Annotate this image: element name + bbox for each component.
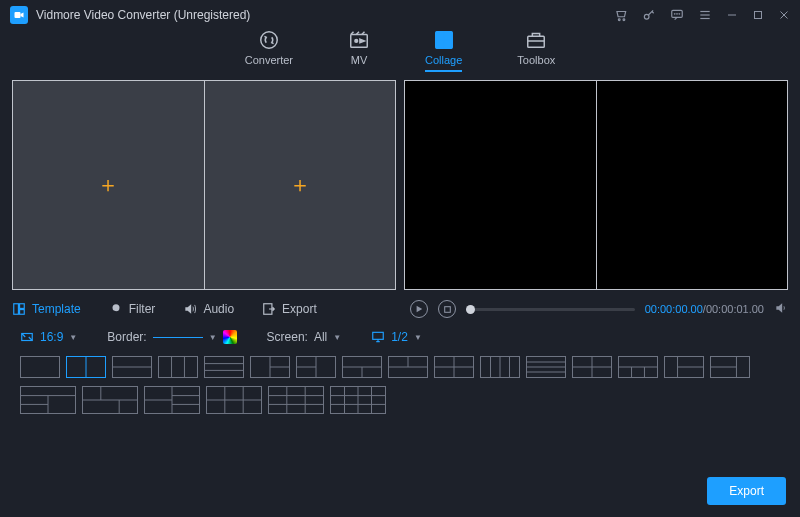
screen-label: Screen:	[267, 330, 308, 344]
template-item[interactable]	[572, 356, 612, 378]
add-icon: ＋	[289, 170, 311, 200]
border-label: Border:	[107, 330, 146, 344]
template-item[interactable]	[20, 356, 60, 378]
collage-icon	[433, 30, 455, 50]
tab-label: MV	[351, 54, 368, 66]
svg-rect-23	[20, 304, 25, 309]
preview-pane	[404, 80, 788, 290]
template-item[interactable]	[480, 356, 520, 378]
export-button[interactable]: Export	[707, 477, 786, 505]
playback-slider[interactable]	[466, 308, 635, 311]
template-item[interactable]	[20, 386, 76, 414]
option-label: Audio	[203, 302, 234, 316]
template-grid	[0, 352, 800, 382]
chevron-down-icon: ▼	[414, 333, 422, 342]
window-title: Vidmore Video Converter (Unregistered)	[36, 8, 614, 22]
collage-slot-1[interactable]: ＋	[13, 81, 205, 289]
converter-icon	[258, 30, 280, 50]
option-audio[interactable]: Audio	[183, 302, 234, 316]
svg-point-17	[355, 40, 358, 43]
svg-point-2	[623, 19, 625, 21]
tab-mv[interactable]: MV	[348, 30, 370, 70]
template-item[interactable]	[710, 356, 750, 378]
maximize-icon[interactable]	[752, 9, 764, 21]
aspect-ratio-selector[interactable]: 16:9 ▼	[20, 330, 77, 344]
feedback-icon[interactable]	[670, 8, 684, 22]
template-item[interactable]	[296, 356, 336, 378]
tab-label: Toolbox	[517, 54, 555, 66]
template-item[interactable]	[526, 356, 566, 378]
timecode: 00:00:00.00/00:00:01.00	[645, 303, 764, 315]
chevron-down-icon: ▼	[209, 333, 217, 342]
template-item[interactable]	[82, 386, 138, 414]
stop-button[interactable]	[438, 300, 456, 318]
option-label: Filter	[129, 302, 156, 316]
fit-value: 1/2	[391, 330, 408, 344]
template-item[interactable]	[388, 356, 428, 378]
mv-icon	[348, 30, 370, 50]
tab-toolbox[interactable]: Toolbox	[517, 30, 555, 70]
template-grid-2	[0, 382, 800, 418]
template-item[interactable]	[112, 356, 152, 378]
app-logo	[10, 6, 28, 24]
svg-point-7	[679, 14, 680, 15]
ratio-icon	[20, 330, 34, 344]
svg-point-1	[618, 19, 620, 21]
template-item[interactable]	[664, 356, 704, 378]
collage-editor: ＋ ＋	[12, 80, 396, 290]
tab-converter[interactable]: Converter	[245, 30, 293, 70]
svg-rect-12	[755, 12, 762, 19]
close-icon[interactable]	[778, 9, 790, 21]
cart-icon[interactable]	[614, 8, 628, 22]
template-item[interactable]	[206, 386, 262, 414]
tab-label: Collage	[425, 54, 462, 66]
collage-slot-2[interactable]: ＋	[205, 81, 396, 289]
chevron-down-icon: ▼	[333, 333, 341, 342]
template-item[interactable]	[144, 386, 200, 414]
template-item[interactable]	[158, 356, 198, 378]
template-item[interactable]	[250, 356, 290, 378]
play-button[interactable]	[410, 300, 428, 318]
monitor-icon	[371, 330, 385, 344]
svg-point-5	[674, 14, 675, 15]
template-item[interactable]	[204, 356, 244, 378]
screen-selector[interactable]: All▼	[314, 330, 341, 344]
minimize-icon[interactable]	[726, 9, 738, 21]
svg-point-6	[677, 14, 678, 15]
svg-rect-0	[15, 12, 21, 18]
border-color-picker[interactable]	[223, 330, 237, 344]
template-item[interactable]	[434, 356, 474, 378]
key-icon[interactable]	[642, 8, 656, 22]
template-item[interactable]	[330, 386, 386, 414]
template-item[interactable]	[66, 356, 106, 378]
option-label: Export	[282, 302, 317, 316]
option-label: Template	[32, 302, 81, 316]
tab-collage[interactable]: Collage	[425, 30, 462, 72]
fit-selector[interactable]: 1/2 ▼	[371, 330, 422, 344]
ratio-value: 16:9	[40, 330, 63, 344]
border-style-selector[interactable]	[153, 337, 203, 338]
menu-icon[interactable]	[698, 8, 712, 22]
svg-rect-26	[444, 306, 450, 312]
template-item[interactable]	[342, 356, 382, 378]
preview-slot-2	[597, 81, 788, 289]
preview-slot-1	[405, 81, 597, 289]
svg-rect-21	[528, 36, 545, 47]
toolbox-icon	[525, 30, 547, 50]
volume-icon[interactable]	[774, 301, 788, 318]
option-export[interactable]: Export	[262, 302, 317, 316]
add-icon: ＋	[97, 170, 119, 200]
chevron-down-icon: ▼	[69, 333, 77, 342]
svg-point-3	[644, 14, 649, 19]
option-template[interactable]: Template	[12, 302, 81, 316]
svg-rect-24	[20, 310, 25, 315]
template-item[interactable]	[268, 386, 324, 414]
svg-rect-28	[373, 332, 384, 339]
tab-label: Converter	[245, 54, 293, 66]
svg-rect-22	[14, 304, 19, 315]
svg-point-15	[261, 32, 278, 49]
template-item[interactable]	[618, 356, 658, 378]
option-filter[interactable]: Filter	[109, 302, 156, 316]
